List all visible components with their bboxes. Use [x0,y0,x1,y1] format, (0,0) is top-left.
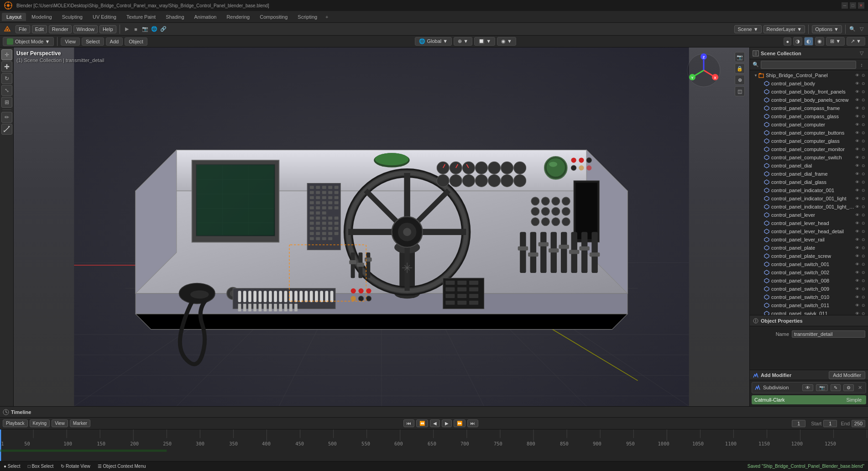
selectable-icon[interactable]: ⊙ [861,294,866,300]
visibility-icon[interactable]: 👁 [854,229,860,234]
tab-uv-editing[interactable]: UV Editing [88,13,121,21]
visibility-icon[interactable]: 👁 [854,105,860,111]
object-name-field[interactable]: transmitter_detail [792,330,865,338]
tree-item-control-panel-computer-buttons[interactable]: control_panel_computer_buttons👁⊙ [750,129,868,137]
tree-item-control-panel-indicator-001-light[interactable]: control_panel_indicator_001_light👁⊙ [750,194,868,203]
visibility-icon[interactable]: 👁 [854,122,860,127]
modifier-render-btn[interactable]: 📷 [816,384,828,391]
visibility-icon[interactable]: 👁 [854,155,860,160]
visibility-icon[interactable]: 👁 [854,253,860,259]
visibility-icon[interactable]: 👁 [854,204,860,209]
header-icon-filter[interactable]: ▽ [858,26,865,33]
selectable-icon[interactable]: ⊙ [861,220,866,226]
modifier-settings-btn[interactable]: ⚙ [843,384,854,391]
tree-item-control-panel-switch-011[interactable]: control_panel_switch_011👁⊙ [750,301,868,309]
selectable-icon[interactable]: ⊙ [861,262,866,267]
selectable-icon[interactable]: ⊙ [861,114,866,119]
view-menu[interactable]: View [61,37,80,46]
add-workspace-button[interactable]: + [323,13,331,21]
add-modifier-button[interactable]: Add Modifier [829,371,865,379]
selectable-icon[interactable]: ⊙ [861,303,866,308]
tree-item-control-panel-compass-glass[interactable]: control_panel_compass_glass👁⊙ [750,112,868,120]
render-layer-selector[interactable]: RenderLayer ▼ [763,25,805,33]
tree-item-control-panel-lever-head[interactable]: control_panel_lever_head👁⊙ [750,219,868,227]
current-frame-display[interactable]: 1 [792,420,805,427]
tree-item-control-panel-lever-rail[interactable]: control_panel_lever_rail👁⊙ [750,236,868,244]
start-frame-display[interactable]: 1 [823,420,837,427]
timeline-ruler[interactable]: 1 50 100 150 200 250 300 350 400 450 500… [0,429,868,461]
selectable-icon[interactable]: ⊙ [861,278,866,283]
visibility-icon[interactable]: 👁 [854,196,860,201]
visibility-icon[interactable]: 👁 [854,163,860,168]
selectable-icon[interactable]: ⊙ [861,196,866,201]
viewport-gizmos[interactable]: ↗ ▼ [847,37,865,46]
visibility-icon[interactable]: 👁 [854,262,860,267]
selectable-icon[interactable]: ⊙ [861,311,866,315]
outliner-filter-icon[interactable]: ▽ [858,50,865,57]
nav-camera-view[interactable]: 📷 [735,52,745,62]
object-menu[interactable]: Object [125,37,147,46]
selectable-icon[interactable]: ⊙ [861,237,866,242]
modifier-view-btn[interactable]: 👁 [802,384,813,391]
tab-rendering[interactable]: Rendering [222,13,254,21]
annotate-tool[interactable]: ✏ [1,112,12,123]
tree-item-control-panel-computer-switch[interactable]: control_panel_computer_switch👁⊙ [750,153,868,162]
tree-item-control-panel-body-front-panels[interactable]: control_panel_body_front_panels👁⊙ [750,88,868,96]
tree-item-control-panel-computer-monitor[interactable]: control_panel_computer_monitor👁⊙ [750,145,868,153]
viewport-shading-4[interactable]: ◉ [815,37,824,46]
tab-animation[interactable]: Animation [190,13,221,21]
selectable-icon[interactable]: ⊙ [861,229,866,234]
selectable-icon[interactable]: ⊙ [861,286,866,292]
tree-item-control-panel-computer[interactable]: control_panel_computer👁⊙ [750,120,868,129]
selectable-icon[interactable]: ⊙ [861,138,866,144]
tree-item-control-panel-lever-head-detail[interactable]: control_panel_lever_head_detail👁⊙ [750,227,868,236]
modifier-edit-btn[interactable]: ✎ [831,384,841,391]
tree-item-control-panel-plate-screw[interactable]: control_panel_plate_screw👁⊙ [750,252,868,260]
prev-keyframe-btn[interactable]: ⏪ [416,419,428,427]
modifier-close-btn[interactable]: ✕ [857,384,863,391]
snap-toggle[interactable]: 🔲 ▼ [474,37,495,46]
transform-tool[interactable]: ⊞ [1,97,12,108]
tree-item-control-panel-plate[interactable]: control_panel_plate👁⊙ [750,244,868,252]
selectable-icon[interactable]: ⊙ [861,73,866,78]
tree-item-ship-bridge-control-panel[interactable]: ▼Ship_Bridge_Control_Panel👁⊙ [750,71,868,79]
selectable-icon[interactable]: ⊙ [861,97,866,103]
outliner-search-input[interactable] [761,61,856,69]
playback-menu[interactable]: Playback [3,419,28,427]
close-button[interactable]: ✕ [858,2,864,9]
selectable-icon[interactable]: ⊙ [861,204,866,209]
tree-item-control-panel-indicator-001-light-fram[interactable]: control_panel_indicator_001_light_fram👁⊙ [750,203,868,211]
selectable-icon[interactable]: ⊙ [861,155,866,160]
visibility-icon[interactable]: 👁 [854,278,860,283]
jump-start-btn[interactable]: ⏮ [403,419,414,427]
render-menu[interactable]: Render [49,25,72,33]
visibility-icon[interactable]: 👁 [854,220,860,226]
marker-menu[interactable]: Marker [70,419,90,427]
tab-layout[interactable]: Layout [2,13,26,21]
tab-compositing[interactable]: Compositing [255,13,292,21]
nav-toggle-local[interactable]: ◫ [735,86,745,96]
play-btn[interactable]: ▶ [442,419,452,427]
tree-item-control-panel-computer-glass[interactable]: control_panel_computer_glass👁⊙ [750,137,868,145]
move-tool[interactable] [1,61,12,72]
next-keyframe-btn[interactable]: ⏩ [454,419,465,427]
selectable-icon[interactable]: ⊙ [861,179,866,185]
end-frame-display[interactable]: 250 [852,420,865,427]
transform-orientation[interactable]: 🌐 Global ▼ [415,37,452,46]
visibility-icon[interactable]: 👁 [854,130,860,136]
visibility-icon[interactable]: 👁 [854,147,860,152]
tree-item-control-panel-dial-glass[interactable]: control_panel_dial_glass👁⊙ [750,178,868,186]
tab-texture-paint[interactable]: Texture Paint [122,13,160,21]
outliner-sort-icon[interactable]: ↕ [858,61,865,68]
tab-sculpting[interactable]: Sculpting [58,13,87,21]
catmull-clark-row[interactable]: Catmull-Clark Simple [752,395,866,404]
transform-pivot[interactable]: ⊕ ▼ [454,37,472,46]
tree-item-control-panel-body-panels-screw[interactable]: control_panel_body_panels_screw👁⊙ [750,96,868,104]
maximize-button[interactable]: □ [850,2,856,9]
rotate-tool[interactable]: ↻ [1,73,12,84]
visibility-icon[interactable]: 👁 [854,114,860,119]
visibility-icon[interactable]: 👁 [854,73,860,78]
select-menu[interactable]: Select [82,37,104,46]
window-menu[interactable]: Window [73,25,98,33]
tree-item-control-panel-switch-010[interactable]: control_panel_switch_010👁⊙ [750,293,868,301]
